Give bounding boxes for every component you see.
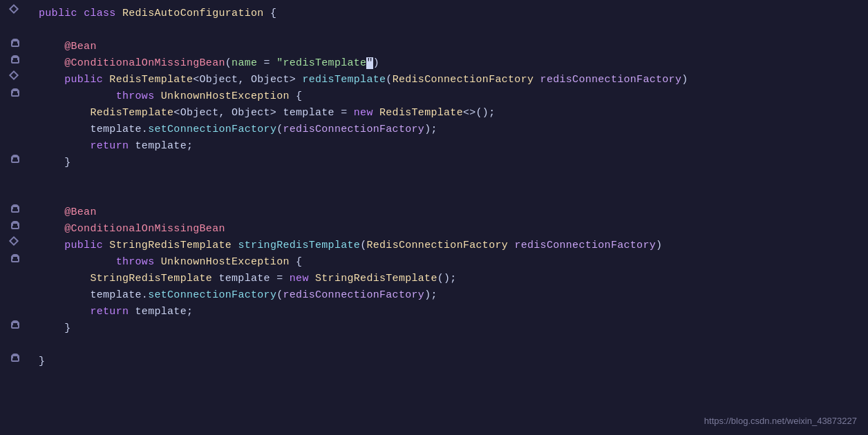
code-line	[0, 188, 868, 204]
code-line: public RedisTemplate<Object, Object> red…	[0, 72, 868, 88]
line-gutter	[0, 6, 28, 12]
diamond-icon	[9, 70, 19, 80]
line-gutter	[0, 55, 28, 64]
line-content: public StringRedisTemplate stringRedisTe…	[28, 238, 868, 253]
code-line: return template;	[0, 304, 868, 320]
code-line: return template;	[0, 138, 868, 155]
line-content: @ConditionalOnMissingBean(name = "redisT…	[28, 55, 868, 71]
lock-icon	[10, 204, 18, 213]
line-content: }	[28, 354, 868, 369]
code-line	[0, 22, 868, 39]
line-content: public RedisTemplate<Object, Object> red…	[28, 72, 868, 88]
code-line: @Bean	[0, 204, 868, 221]
code-line	[0, 337, 868, 354]
line-content: return template;	[28, 138, 868, 154]
code-line: template.setConnectionFactory(redisConne…	[0, 122, 868, 138]
lock-icon	[10, 39, 18, 47]
code-line	[0, 171, 868, 188]
code-line: throws UnknownHostException {	[0, 254, 868, 271]
line-content: }	[28, 155, 868, 171]
code-line: }	[0, 155, 868, 171]
line-gutter	[0, 238, 28, 244]
line-gutter	[0, 354, 28, 362]
lock-icon	[10, 155, 18, 163]
lock-icon	[10, 221, 18, 229]
line-gutter	[0, 155, 28, 163]
watermark: https://blog.csdn.net/weixin_43873227	[704, 414, 857, 428]
code-block: public class RedisAutoConfiguration { @B…	[0, 0, 868, 376]
code-line: }	[0, 354, 868, 370]
line-content: @Bean	[28, 204, 868, 220]
code-line: @ConditionalOnMissingBean	[0, 221, 868, 238]
code-line: RedisTemplate<Object, Object> template =…	[0, 105, 868, 122]
line-content: @Bean	[28, 39, 868, 55]
lock-icon	[10, 88, 18, 97]
line-content: return template;	[28, 304, 868, 320]
code-editor: public class RedisAutoConfiguration { @B…	[0, 0, 868, 435]
line-content: RedisTemplate<Object, Object> template =…	[28, 105, 868, 121]
line-content: @ConditionalOnMissingBean	[28, 221, 868, 237]
line-content: StringRedisTemplate template = new Strin…	[28, 271, 868, 287]
code-line: public StringRedisTemplate stringRedisTe…	[0, 238, 868, 254]
line-gutter	[0, 204, 28, 213]
line-gutter	[0, 254, 28, 262]
code-line: throws UnknownHostException {	[0, 88, 868, 105]
line-gutter	[0, 221, 28, 229]
lock-icon	[10, 354, 18, 362]
line-content: throws UnknownHostException {	[28, 254, 868, 270]
code-line: @Bean	[0, 39, 868, 55]
code-line: template.setConnectionFactory(redisConne…	[0, 287, 868, 304]
line-gutter	[0, 72, 28, 79]
line-content: public class RedisAutoConfiguration {	[28, 6, 868, 21]
diamond-icon	[9, 4, 19, 14]
code-line: }	[0, 320, 868, 337]
line-content: template.setConnectionFactory(redisConne…	[28, 287, 868, 303]
line-gutter	[0, 88, 28, 97]
line-content: template.setConnectionFactory(redisConne…	[28, 122, 868, 137]
line-content: throws UnknownHostException {	[28, 88, 868, 104]
line-gutter	[0, 39, 28, 47]
code-line: StringRedisTemplate template = new Strin…	[0, 271, 868, 287]
lock-icon	[10, 55, 18, 64]
line-gutter	[0, 320, 28, 329]
line-content: }	[28, 320, 868, 336]
lock-icon	[10, 320, 18, 329]
diamond-icon	[9, 236, 19, 246]
code-line: public class RedisAutoConfiguration {	[0, 6, 868, 22]
code-line: @ConditionalOnMissingBean(name = "redisT…	[0, 55, 868, 72]
lock-icon	[10, 254, 18, 262]
